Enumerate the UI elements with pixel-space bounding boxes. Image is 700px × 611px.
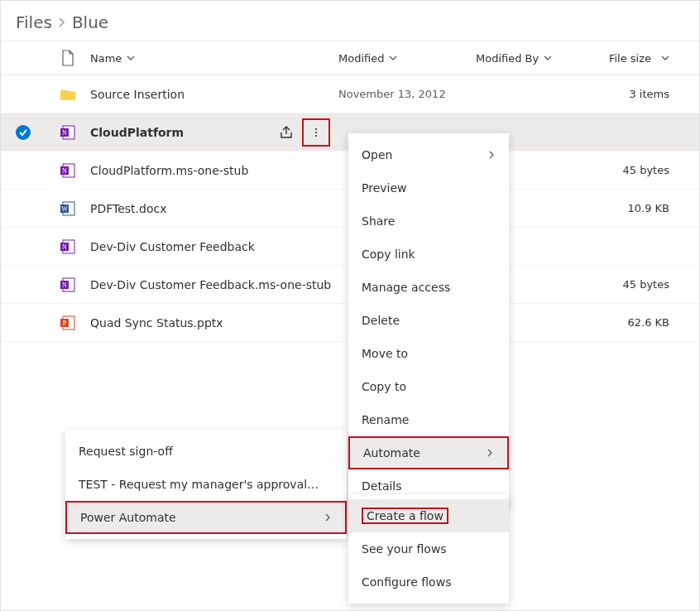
menu-see-flows[interactable]: See your flows [348, 532, 509, 565]
svg-point-4 [315, 131, 317, 132]
svg-text:N: N [62, 243, 67, 251]
file-name[interactable]: CloudPlatform.ms-one-stub [90, 164, 248, 177]
menu-manage-access[interactable]: Manage access [348, 271, 509, 304]
svg-text:W: W [61, 205, 68, 213]
svg-text:N: N [62, 281, 67, 289]
onenote-icon: N [46, 124, 90, 141]
file-name[interactable]: Dev-Div Customer Feedback [90, 240, 255, 253]
menu-automate[interactable]: Automate [348, 436, 509, 469]
chevron-right-icon [57, 17, 67, 27]
menu-test-approval[interactable]: TEST - Request my manager's approval… [65, 468, 347, 501]
menu-delete[interactable]: Delete [348, 304, 509, 337]
breadcrumb-current: Blue [72, 12, 108, 32]
file-name[interactable]: CloudPlatform [90, 126, 184, 139]
table-row[interactable]: Source Insertion November 13, 2012 3 ite… [1, 75, 699, 113]
file-type-column-header[interactable] [46, 50, 90, 66]
chevron-right-icon [487, 151, 496, 159]
breadcrumb-root[interactable]: Files [16, 12, 52, 32]
powerpoint-icon: P [46, 315, 90, 331]
svg-text:P: P [63, 320, 67, 327]
menu-open[interactable]: Open [348, 138, 509, 171]
chevron-down-icon [544, 54, 552, 62]
power-automate-submenu: Create a flow See your flows Configure f… [348, 494, 509, 604]
chevron-right-icon [486, 449, 494, 457]
folder-icon [46, 86, 90, 103]
menu-rename[interactable]: Rename [348, 403, 509, 436]
modified-cell: November 13, 2012 [338, 88, 476, 100]
selected-checkmark-icon[interactable] [16, 125, 31, 140]
modified-column-header[interactable]: Modified [338, 52, 476, 65]
svg-text:N: N [62, 129, 67, 137]
file-name[interactable]: Dev-Div Customer Feedback.ms-one-stub [90, 278, 331, 291]
menu-preview[interactable]: Preview [348, 171, 509, 204]
size-cell: 45 bytes [592, 164, 689, 176]
modifiedby-column-header[interactable]: Modified By [476, 52, 592, 65]
chevron-down-icon [127, 54, 135, 62]
file-name[interactable]: PDFTest.docx [90, 202, 166, 215]
name-column-header[interactable]: Name [90, 52, 338, 65]
onenote-icon: N [46, 277, 90, 293]
file-name[interactable]: Quad Sync Status.pptx [90, 316, 223, 330]
chevron-down-icon [661, 54, 669, 62]
menu-configure-flows[interactable]: Configure flows [348, 565, 509, 599]
menu-share[interactable]: Share [348, 204, 509, 238]
size-column-header[interactable]: File size [592, 52, 689, 65]
context-menu: Open Preview Share Copy link Manage acce… [348, 133, 509, 508]
menu-power-automate[interactable]: Power Automate [65, 501, 347, 534]
chevron-right-icon [324, 513, 332, 522]
menu-copy-link[interactable]: Copy link [348, 238, 509, 271]
chevron-down-icon [389, 54, 397, 62]
onenote-icon: N [46, 238, 90, 255]
svg-text:N: N [62, 167, 67, 175]
share-icon[interactable] [274, 120, 299, 145]
breadcrumb: Files Blue [1, 1, 699, 41]
svg-point-3 [315, 127, 317, 129]
size-cell: 10.9 KB [592, 202, 689, 214]
size-cell: 62.6 KB [592, 316, 689, 329]
onenote-icon: N [46, 162, 90, 179]
menu-copy-to[interactable]: Copy to [348, 370, 509, 403]
file-name[interactable]: Source Insertion [90, 88, 185, 101]
size-cell: 3 items [592, 88, 689, 100]
size-cell: 45 bytes [592, 278, 689, 291]
menu-create-flow[interactable]: Create a flow [348, 499, 509, 532]
menu-move-to[interactable]: Move to [348, 337, 509, 370]
more-actions-button[interactable] [302, 118, 330, 147]
svg-point-5 [315, 134, 317, 136]
word-icon: W [46, 200, 90, 217]
table-header-row: Name Modified Modified By File size [1, 41, 699, 75]
automate-submenu: Request sign-off TEST - Request my manag… [65, 430, 347, 539]
menu-request-signoff[interactable]: Request sign-off [65, 435, 347, 468]
